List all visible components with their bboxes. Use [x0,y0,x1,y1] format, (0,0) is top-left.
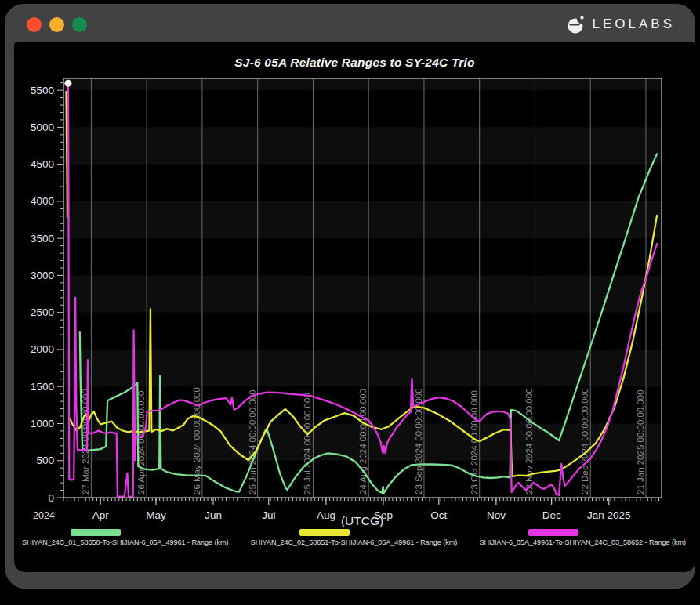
y-tick-label: 1500 [31,381,54,393]
x-tick-label: Nov [487,509,506,521]
legend-label-yellow: SHIYAN_24C_02_58651-To-SHIJIAN-6_05A_499… [251,538,457,546]
gridline-date-label: 23 Oct 2024 00:00:00.000 [470,390,479,495]
start-marker [64,80,71,87]
legend-swatch-yellow [299,529,350,536]
x-tick-label: Oct [430,509,447,521]
x-tick-label: Jun [205,509,222,521]
y-tick-label: 5500 [31,85,54,96]
legend-label-magenta: SHIJIAN-6_05A_49961-To-SHIYAN_24C_03_586… [480,538,686,546]
x-tick-label: Apr [92,509,110,521]
relative-range-chart[interactable]: 27 Mar 2024 00:00:00.00026 Apr 2024 00:0… [14,42,695,572]
x-axis-unit-label: (UTCG) [341,514,383,527]
legend-item-green: SHIYAN_24C_01_58650-To-SHIJIAN-6_05A_499… [22,529,228,546]
y-tick-label: 4500 [31,158,54,170]
y-tick-label: 3000 [31,270,54,281]
leolabs-app-screenshot: { "window": { "brand": "LEOLABS", "chrom… [0,0,700,605]
y-tick-label: 2500 [31,306,54,318]
chart-title: SJ-6 05A Relative Ranges to SY-24C Trio [14,56,695,70]
x-tick-label: Aug [317,509,335,521]
y-tick-label: 5000 [31,121,54,133]
y-tick-label: 4000 [31,195,54,207]
generated-plot-layers: 27 Mar 2024 00:00:00.00026 Apr 2024 00:0… [31,78,662,521]
legend-item-yellow: SHIYAN_24C_02_58651-To-SHIJIAN-6_05A_499… [251,529,457,546]
series-start-marker [64,80,71,87]
brand-text: LEOLABS [593,16,676,32]
minimize-button[interactable] [49,17,64,32]
legend-swatch-magenta [528,529,578,536]
x-axis-year-label: 2024 [33,510,55,521]
y-tick-label: 1000 [31,418,54,429]
legend-swatch-green [71,529,121,536]
gridline-date-label: 21 Jan 2025 00:00:00.000 [636,389,645,495]
series-line [67,92,68,217]
gridline-date-label: 24 Aug 2024 00:00:00.000 [358,389,368,495]
gridline-date-label: 25 Jun 2024 00:00:00.000 [248,389,257,495]
gridline-date-label: 22 Dec 2024 00:00:00.000 [580,388,589,495]
chart-panel: SJ-6 05A Relative Ranges to SY-24C Trio … [14,42,695,572]
window-controls [27,17,87,32]
legend-label-green: SHIYAN_24C_01_58650-To-SHIJIAN-6_05A_499… [22,538,228,546]
chart-legend: SHIYAN_24C_01_58650-To-SHIJIAN-6_05A_499… [22,529,686,546]
leolabs-logo-icon [567,14,586,34]
y-tick-label: 2000 [31,343,54,355]
y-tick-label: 3500 [31,233,54,245]
x-tick-label: Dec [542,509,561,521]
gridline-date-label: 25 Jul 2024 00:00:00.000 [303,393,312,495]
title-bar: LEOLABS [5,4,695,42]
close-button[interactable] [27,17,42,32]
y-tick-label: 0 [48,492,54,504]
y-tick-label: 500 [36,455,54,466]
x-tick-label: May [146,509,166,521]
x-tick-label: Jul [262,509,275,521]
legend-item-magenta: SHIJIAN-6_05A_49961-To-SHIYAN_24C_03_586… [480,529,686,546]
x-tick-label: Jan 2025 [587,509,631,521]
zoom-button[interactable] [72,17,87,32]
gridline-date-label: 22 Nov 2024 00:00:00.000 [524,388,534,495]
leolabs-logo: LEOLABS [567,14,676,34]
app-window: LEOLABS SJ-6 05A Relative Ranges to SY-2… [5,4,695,589]
